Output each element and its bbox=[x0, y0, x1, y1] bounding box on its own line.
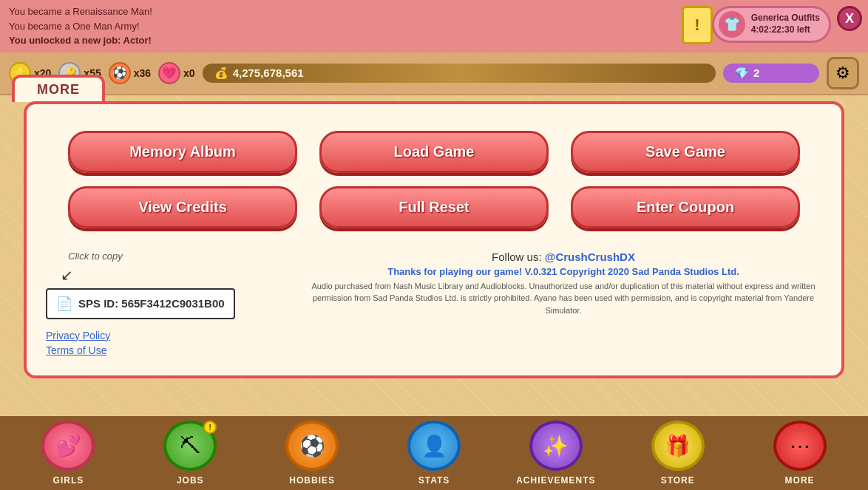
hobbies-emoji: ⚽ bbox=[299, 434, 325, 458]
notification-bar: You became a Renaissance Man! You became… bbox=[0, 0, 868, 52]
nav-icon-store: 🎁 bbox=[651, 421, 705, 471]
enter-coupon-button[interactable]: Enter Coupon bbox=[571, 186, 800, 228]
gold-bar: 💰 4,275,678,561 bbox=[203, 64, 716, 83]
stats-emoji: 👤 bbox=[421, 434, 447, 458]
gold-amount: 4,275,678,561 bbox=[233, 67, 304, 79]
outfit-timer[interactable]: 👕 Generica Outfits 4:02:22:30 left bbox=[712, 6, 831, 43]
nav-label-more: MORE bbox=[785, 475, 815, 486]
nav-item-girls[interactable]: 💕GIRLS bbox=[7, 421, 129, 486]
nav-icon-girls: 💕 bbox=[41, 421, 95, 471]
jobs-badge: ! bbox=[203, 421, 217, 434]
terms-of-use-link[interactable]: Terms of Use bbox=[46, 344, 235, 356]
nav-label-achievements: ACHIEVEMENTS bbox=[516, 475, 595, 486]
bottom-info: Click to copy ↙ 📄 SPS ID: 565F3412C9031B… bbox=[38, 251, 830, 364]
main-panel: Memory Album Load Game Save Game View Cr… bbox=[24, 101, 844, 378]
alert-icon[interactable]: ! bbox=[682, 6, 713, 44]
nav-label-stats: STATS bbox=[418, 475, 450, 486]
right-info: Follow us: @CrushCrushDX Thanks for play… bbox=[305, 251, 822, 317]
more-emoji: ⋯ bbox=[790, 434, 810, 458]
soccer-currency: ⚽ x36 bbox=[109, 62, 151, 84]
thanks-text: Thanks for playing our game! V.0.321 Cop… bbox=[305, 266, 822, 277]
nav-icon-jobs: ⛏! bbox=[163, 421, 217, 471]
nav-icon-hobbies: ⚽ bbox=[285, 421, 339, 471]
nav-icon-more: ⋯ bbox=[773, 421, 827, 471]
bottom-nav: 💕GIRLS⛏!JOBS⚽HOBBIES👤STATS✨ACHIEVEMENTS🎁… bbox=[0, 416, 868, 490]
nav-icon-stats: 👤 bbox=[407, 421, 461, 471]
currency-bar: ⭐ x20 🔑 x55 ⚽ x36 💗 x0 💰 4,275,678,561 💎… bbox=[0, 52, 868, 95]
settings-button[interactable]: ⚙ bbox=[827, 57, 859, 89]
soccer-count: x36 bbox=[134, 67, 151, 79]
nav-item-achievements[interactable]: ✨ACHIEVEMENTS bbox=[495, 421, 617, 486]
gold-icon: 💰 bbox=[214, 67, 228, 80]
click-to-copy-label: Click to copy bbox=[68, 251, 235, 262]
diamond-icon: 💎 bbox=[735, 67, 749, 80]
achievements-emoji: ✨ bbox=[543, 434, 569, 458]
outfit-text: Generica Outfits 4:02:22:30 left bbox=[751, 13, 820, 35]
girls-emoji: 💕 bbox=[55, 434, 81, 458]
privacy-policy-link[interactable]: Privacy Policy bbox=[46, 330, 235, 341]
left-info: Click to copy ↙ 📄 SPS ID: 565F3412C9031B… bbox=[46, 251, 235, 356]
nav-icon-achievements: ✨ bbox=[529, 421, 583, 471]
nav-label-store: STORE bbox=[661, 475, 695, 486]
save-game-button[interactable]: Save Game bbox=[571, 131, 800, 173]
nav-item-store[interactable]: 🎁STORE bbox=[617, 421, 739, 486]
audio-credit: Audio purchased from Nash Music Library … bbox=[305, 280, 822, 317]
nav-item-stats[interactable]: 👤STATS bbox=[373, 421, 495, 486]
social-handle[interactable]: @CrushCrushDX bbox=[545, 251, 635, 263]
nav-label-girls: GIRLS bbox=[53, 475, 84, 486]
nav-item-more[interactable]: ⋯MORE bbox=[739, 421, 861, 486]
load-game-button[interactable]: Load Game bbox=[319, 131, 549, 173]
nav-item-jobs[interactable]: ⛏!JOBS bbox=[129, 421, 251, 486]
arrow-icon: ↙ bbox=[61, 266, 235, 284]
privacy-links: Privacy Policy Terms of Use bbox=[46, 330, 235, 356]
full-reset-button[interactable]: Full Reset bbox=[319, 186, 549, 228]
diamond-amount: 2 bbox=[753, 67, 759, 79]
soccer-icon: ⚽ bbox=[109, 62, 131, 84]
main-panel-wrapper: MORE Memory Album Load Game Save Game Vi… bbox=[12, 101, 856, 378]
close-button[interactable]: X bbox=[837, 6, 862, 31]
nav-label-hobbies: HOBBIES bbox=[289, 475, 335, 486]
document-icon: 📄 bbox=[56, 296, 72, 312]
sps-id-box[interactable]: 📄 SPS ID: 565F3412C9031B00 bbox=[46, 288, 235, 319]
memory-album-button[interactable]: Memory Album bbox=[68, 131, 297, 173]
store-emoji: 🎁 bbox=[665, 434, 691, 458]
buttons-grid: Memory Album Load Game Save Game View Cr… bbox=[38, 116, 830, 243]
heart-currency: 💗 x0 bbox=[158, 62, 195, 84]
heart-count: x0 bbox=[183, 67, 195, 79]
panel-tab[interactable]: MORE bbox=[12, 75, 105, 102]
nav-item-hobbies[interactable]: ⚽HOBBIES bbox=[251, 421, 373, 486]
jobs-emoji: ⛏ bbox=[180, 434, 200, 458]
heart-icon: 💗 bbox=[158, 62, 180, 84]
nav-label-jobs: JOBS bbox=[177, 475, 204, 486]
view-credits-button[interactable]: View Credits bbox=[68, 186, 297, 228]
diamond-bar: 💎 2 bbox=[723, 64, 819, 83]
follow-us: Follow us: @CrushCrushDX bbox=[305, 251, 822, 263]
outfit-icon: 👕 bbox=[719, 11, 745, 38]
sps-id-text: SPS ID: 565F3412C9031B00 bbox=[78, 297, 225, 310]
